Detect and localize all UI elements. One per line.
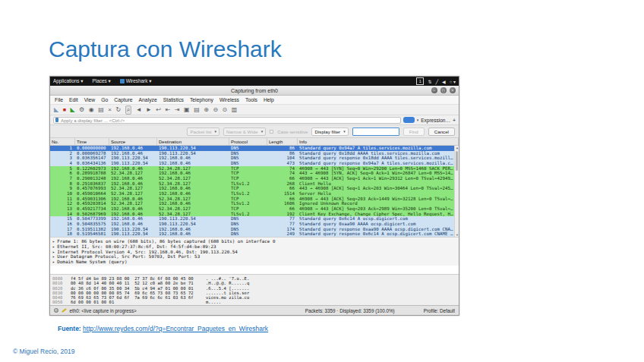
filter-dropdown-icon[interactable]: ▾ <box>417 118 419 122</box>
save-file-icon[interactable]: ▤ <box>98 106 104 114</box>
packet-row-17[interactable]: 17 0.519511382 190.113.220.54 192.168.0.… <box>50 227 459 232</box>
packet-row-1[interactable]: 1 0.000000000 192.168.0.46 190.113.220.5… <box>50 146 459 151</box>
vertical-scrollbar[interactable]: ▲ ▼ <box>454 146 459 237</box>
expand-arrow-icon[interactable]: ▸ <box>52 250 55 254</box>
packet-row-10[interactable]: 10 0.459010664 52.34.28.127 192.168.0.46… <box>50 191 459 197</box>
packet-row-9[interactable]: 9 0.457076993 52.34.28.127 192.168.0.46 … <box>50 186 459 191</box>
menu-statistics[interactable]: Statistics <box>163 97 184 102</box>
resize-columns-icon[interactable]: ▥ <box>232 106 238 114</box>
auto-scroll-icon[interactable]: ▣ <box>184 106 190 114</box>
column-time[interactable]: Time <box>75 138 109 145</box>
menu-telephony[interactable]: Telephony <box>190 97 213 102</box>
detail-tree-row[interactable]: ▸Internet Protocol Version 4, Src: 192.1… <box>52 250 456 255</box>
detail-tree-row[interactable]: ▸Frame 1: 86 bytes on wire (688 bits), 8… <box>52 239 456 244</box>
expert-info-icon[interactable] <box>54 308 58 313</box>
menu-analyze[interactable]: Analyze <box>139 97 157 102</box>
apply-filter-button[interactable] <box>403 117 415 123</box>
column-length[interactable]: Length <box>267 138 298 145</box>
packet-row-15[interactable]: 15 0.504773399 192.168.0.46 190.113.220.… <box>50 216 459 222</box>
packet-row-11[interactable]: 11 0.459031306 192.168.0.46 52.34.28.127… <box>50 197 459 202</box>
packet-row-7[interactable]: 7 0.290013248 192.168.0.46 52.34.28.127 … <box>50 176 459 181</box>
workspace-indicator[interactable]: 1 <box>416 77 424 85</box>
cancel-button[interactable]: Cancel <box>428 127 455 136</box>
scroll-down-icon[interactable]: ▼ <box>455 233 459 237</box>
minimize-button[interactable]: − <box>431 87 437 93</box>
find-button[interactable]: Find <box>403 127 425 136</box>
go-forward-icon[interactable]: ► <box>146 106 152 114</box>
packet-row-8[interactable]: 8 0.291036837 192.168.0.46 52.34.28.127 … <box>50 181 459 187</box>
power-icon[interactable]: ○ ▾ <box>450 79 456 84</box>
zoom-reset-icon[interactable]: ⊙ <box>223 106 228 114</box>
detail-tree-row[interactable]: ▸Domain Name System (query) <box>52 260 456 265</box>
find-search-input[interactable] <box>352 127 399 136</box>
expand-arrow-icon[interactable]: ▸ <box>52 260 55 264</box>
charset-select[interactable]: Narrow & Wide ▾ <box>223 127 266 136</box>
column-protocol[interactable]: Protocol <box>229 138 267 145</box>
source-link[interactable]: http://www.reydes.com/d/?q=Encontrar_Paq… <box>83 325 268 332</box>
first-packet-icon[interactable]: ⇤ <box>166 106 171 114</box>
restart-capture-icon[interactable]: ◣ <box>70 106 74 114</box>
zoom-in-icon[interactable]: ⊕ <box>204 106 209 114</box>
hex-dump-row[interactable]: 0050 6d 00 00 01 00 01 m..... <box>52 300 456 304</box>
column-info[interactable]: Info <box>298 138 459 145</box>
menu-edit[interactable]: Edit <box>69 97 78 102</box>
close-capture-icon[interactable]: × <box>108 106 112 114</box>
packet-row-12[interactable]: 12 0.459203814 52.34.28.127 192.168.0.46… <box>50 201 459 206</box>
zoom-out-icon[interactable]: ⊖ <box>213 106 218 114</box>
packet-row-16[interactable]: 16 0.504835575 192.168.0.46 190.113.220.… <box>50 222 459 227</box>
detail-tree-row[interactable]: ▸Ethernet II, Src: 08:00:27:37:8c:6f, Ds… <box>52 244 456 250</box>
packet-row-3[interactable]: 3 0.036356147 190.113.220.54 192.168.0.4… <box>50 156 459 161</box>
scrollbar-thumb[interactable] <box>456 151 458 171</box>
expand-arrow-icon[interactable]: ▸ <box>52 239 55 244</box>
menu-help[interactable]: Help <box>264 97 274 102</box>
reload-icon[interactable]: ↻ <box>115 106 121 114</box>
packet-row-6[interactable]: 6 0.289918788 52.34.28.127 192.168.0.46 … <box>50 171 459 176</box>
expand-arrow-icon[interactable]: ▸ <box>52 244 55 249</box>
menu-capture[interactable]: Capture <box>114 97 132 102</box>
expression-button[interactable]: Expression… <box>421 118 450 123</box>
maximize-button[interactable]: ◻ <box>440 87 447 93</box>
display-filter-input[interactable]: Apply a display filter ... <Ctrl-/> <box>53 117 401 124</box>
menu-tools[interactable]: Tools <box>245 97 257 102</box>
go-back-icon[interactable]: ◄ <box>136 106 142 114</box>
go-to-packet-icon[interactable]: ↩ <box>156 106 161 114</box>
packet-row-13[interactable]: 13 0.459217734 192.168.0.46 52.34.28.127… <box>50 206 459 212</box>
packet-row-5[interactable]: 5 0.122602973 192.168.0.46 52.34.28.127 … <box>50 166 459 172</box>
stop-capture-icon[interactable]: ■ <box>63 106 66 114</box>
packet-row-14[interactable]: 14 0.502687969 192.168.0.46 52.34.28.127… <box>50 212 459 217</box>
packet-row-18[interactable]: 18 0.519546581 190.113.220.54 192.168.0.… <box>50 231 459 237</box>
colorize-icon[interactable]: ▤ <box>194 106 200 114</box>
menu-view[interactable]: View <box>84 97 96 102</box>
input-method-icon[interactable]: ╱ <box>435 79 438 84</box>
wireshark-app-menu[interactable]: Wireshark ▾ <box>120 78 152 84</box>
volume-icon[interactable]: ◀ <box>442 79 446 84</box>
menu-file[interactable]: File <box>55 97 63 102</box>
scroll-up-icon[interactable]: ▲ <box>455 146 459 150</box>
capture-comment-icon[interactable] <box>62 308 67 313</box>
expand-arrow-icon[interactable]: ▸ <box>52 254 55 259</box>
places-menu[interactable]: Places ▾ <box>92 78 110 84</box>
detail-tree-row[interactable]: ▸User Datagram Protocol, Src Port: 50703… <box>52 254 456 260</box>
profile-text[interactable]: Profile: Default <box>424 308 455 313</box>
open-file-icon[interactable]: ◉ <box>89 106 94 114</box>
applications-menu[interactable]: Applications ▾ <box>53 78 83 84</box>
packet-row-2[interactable]: 2 0.000069278 192.168.0.46 190.113.220.5… <box>50 151 459 156</box>
add-filter-button[interactable]: + <box>453 118 456 123</box>
start-capture-icon[interactable]: ◣ <box>54 106 58 114</box>
capture-options-icon[interactable]: ⚙ <box>79 106 84 114</box>
packet-row-4[interactable]: 4 0.036434136 190.113.220.54 192.168.0.4… <box>50 161 459 166</box>
window-titlebar[interactable]: Capturing from eth0 − ◻ × <box>50 86 459 96</box>
close-button[interactable]: × <box>450 87 456 93</box>
network-icon[interactable]: ⇅ <box>428 79 431 84</box>
menu-wireless[interactable]: Wireless <box>219 97 239 102</box>
search-type-select[interactable]: Display filter ▾ <box>311 127 348 136</box>
search-domain-select[interactable]: Packet list ▾ <box>187 127 219 136</box>
bookmark-icon[interactable] <box>55 118 58 122</box>
column-no[interactable]: No. <box>50 138 75 145</box>
last-packet-icon[interactable]: ⇥ <box>175 106 180 114</box>
column-destination[interactable]: Destination <box>157 138 229 145</box>
menu-go[interactable]: Go <box>101 97 108 102</box>
column-source[interactable]: Source <box>109 138 157 145</box>
case-sensitive-checkbox[interactable] <box>270 130 273 134</box>
find-packet-icon[interactable]: ⌕ <box>125 105 131 115</box>
